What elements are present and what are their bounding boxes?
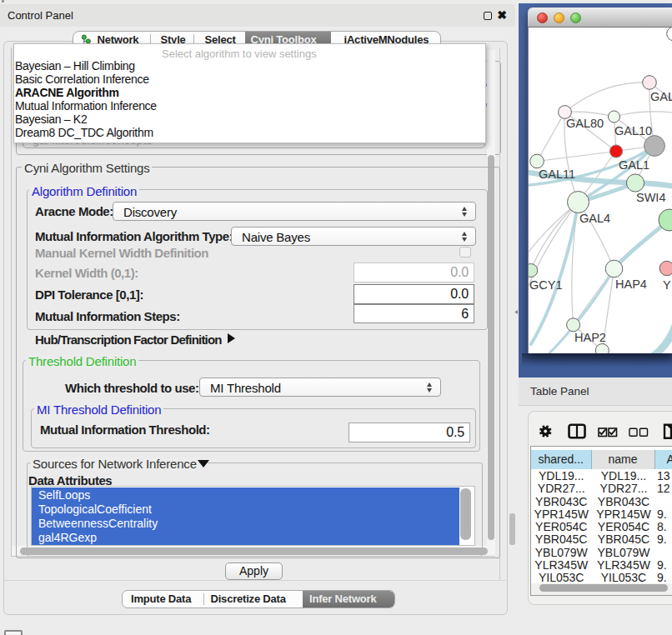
svg-text:HAP4: HAP4: [615, 278, 647, 291]
svg-text:Y: Y: [663, 278, 671, 292]
svg-text:GAL80: GAL80: [566, 117, 604, 130]
svg-text:GAL4: GAL4: [579, 212, 610, 225]
svg-text:HAP2: HAP2: [574, 331, 606, 344]
svg-text:GAL11: GAL11: [539, 168, 575, 181]
svg-text:GAL1: GAL1: [619, 158, 649, 172]
svg-text:GAL10: GAL10: [614, 124, 652, 138]
svg-text:GAL7: GAL7: [650, 90, 672, 103]
svg-text:GCY1: GCY1: [529, 278, 563, 292]
svg-text:SWI4: SWI4: [636, 191, 665, 204]
